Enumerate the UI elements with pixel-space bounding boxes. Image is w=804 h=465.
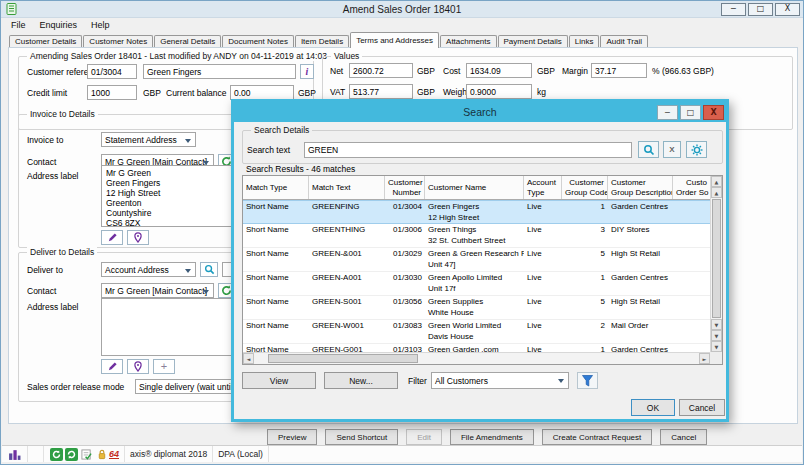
scroll-bottom-button[interactable]: ▼ [711,341,722,352]
table-cell: Live [524,272,562,295]
net-field[interactable]: 2600.72 [349,63,413,78]
tab-terms-and-addresses[interactable]: Terms and Addresses [350,32,439,48]
table-row[interactable]: Short NameGREEN-&00101/3029Green & Green… [243,248,711,272]
close-button[interactable]: X [775,3,800,16]
column-header[interactable]: CustomerGroup Description [608,176,673,199]
vertical-scrollbar[interactable]: ▲ ▲ ▼ ▼ ▼ [710,176,722,352]
table-cell: GREENFING [309,201,385,223]
deliver-map-pin-button[interactable] [127,359,149,374]
pen-icon [107,232,118,243]
vat-field[interactable]: 513.77 [349,84,413,99]
credit-limit-field[interactable]: 1000 [87,85,137,100]
current-balance-field[interactable]: 0.00 [230,85,294,100]
table-row[interactable]: Short NameGREEN-A00101/3030Green Apollo … [243,272,711,296]
customer-info-button[interactable]: i [300,64,314,79]
horizontal-scrollbar[interactable]: ◄ ► [243,352,710,364]
search-text-input[interactable]: GREEN [304,142,632,158]
search-dialog-titlebar[interactable]: Search ─ □ X [234,102,726,122]
vertical-scroll-thumb[interactable] [712,199,721,318]
column-header[interactable]: AccountType [524,176,562,199]
status-database-cell: DPA (Local) [213,446,269,462]
scroll-right-button[interactable]: ► [699,353,710,364]
table-cell: Green Things32 St. Cuthbert Street [425,224,524,247]
deliver-contact-dropdown[interactable]: Mr G Green [Main Contact] [101,283,214,298]
dialog-cancel-button[interactable]: Cancel [679,399,725,416]
table-row[interactable]: Short NameGREEN-W00101/3083Green World L… [243,320,711,344]
margin-label: Margin [562,66,588,76]
column-header[interactable]: Match Type [243,176,309,199]
table-cell: Short Name [243,224,309,247]
search-go-button[interactable] [638,141,659,158]
table-cell: GREEN-&001 [309,248,385,271]
deliver-to-dropdown[interactable]: Account Address [101,262,196,277]
scroll-left-button[interactable]: ◄ [243,353,254,364]
invoice-map-pin-button[interactable] [127,230,149,245]
cancel-button[interactable]: Cancel [660,429,707,445]
send-shortcut-button[interactable]: Send Shortcut [325,429,398,445]
scroll-page-down-button[interactable]: ▼ [711,330,722,341]
table-row[interactable]: Short NameGREENTHING01/3006Green Things3… [243,224,711,248]
scroll-up-button[interactable]: ▲ [711,176,722,187]
scroll-top-button[interactable]: ▲ [711,187,722,198]
invoice-edit-address-button[interactable] [101,230,123,245]
customer-reference-field[interactable]: 01/3004 [87,64,137,79]
invoice-to-dropdown[interactable]: Statement Address [101,132,196,147]
deliver-address-box[interactable] [101,298,243,356]
filter-dropdown[interactable]: All Customers [431,372,569,389]
new-button[interactable]: New... [324,372,398,389]
dialog-minimize-button[interactable]: ─ [657,105,678,120]
menu-enquiries[interactable]: Enquiries [34,19,86,31]
cost-currency: GBP [537,66,555,76]
scroll-down-button[interactable]: ▼ [711,319,722,330]
margin-field[interactable]: 37.17 [591,63,647,78]
deliver-to-search-button[interactable] [200,262,218,277]
table-row[interactable]: Short NameGREEN-S00101/3056Green Supplie… [243,296,711,320]
filter-funnel-button[interactable] [577,372,598,389]
create-contract-request-button[interactable]: Create Contract Request [542,429,653,445]
current-balance-currency: GBP [298,88,316,98]
search-clear-button[interactable]: X [663,141,681,158]
info-icon: i [306,66,309,77]
menu-help[interactable]: Help [85,19,118,31]
customer-name-field[interactable]: Green Fingers [143,64,296,79]
refresh-status-icon[interactable] [65,448,78,461]
tasks-icon[interactable] [80,448,93,461]
column-header[interactable]: CustomerNumber [385,176,425,199]
dialog-maximize-button[interactable]: □ [680,105,701,120]
status-product-cell: axis® diplomat 2018 [125,446,213,462]
view-button[interactable]: View [242,372,316,389]
table-cell: Short Name [243,201,309,223]
column-header[interactable]: Customer Name [425,176,524,199]
column-header[interactable]: Match Text [309,176,385,199]
minimize-button[interactable]: ─ [721,3,746,16]
menu-file[interactable]: File [5,19,34,31]
search-dialog-body: Search Details Search text GREEN X Searc… [234,122,726,419]
file-amendments-button[interactable]: File Amendments [450,429,534,445]
dialog-close-button[interactable]: X [703,105,724,120]
sync-icon[interactable] [50,448,63,461]
deliver-edit-address-button[interactable] [101,359,123,374]
gear-icon [691,144,703,156]
preview-button[interactable]: Preview [267,429,317,445]
table-cell: Green World LimitedDavis House [425,320,524,343]
table-cell [673,296,711,319]
horizontal-scroll-thumb[interactable] [268,354,418,363]
column-header[interactable]: CustomerGroup Code [562,176,608,199]
ok-button[interactable]: OK [631,399,675,416]
cost-label: Cost [443,66,460,76]
table-row[interactable]: Short NameGREENFING01/3004Green Fingers1… [243,200,711,224]
deliver-contact-label: Contact [27,286,56,296]
column-header[interactable]: CustoOrder So [673,176,711,199]
search-settings-button[interactable] [686,141,707,158]
invoice-contact-label: Contact [27,157,56,167]
current-balance-label: Current balance [166,88,226,98]
maximize-button[interactable]: □ [748,3,773,16]
weight-field[interactable]: 0.9000 [466,84,532,99]
table-cell: Short Name [243,320,309,343]
table-cell: 5 [562,248,608,271]
invoice-address-box[interactable]: Mr G Green Green Fingers 12 High Street … [101,165,243,227]
deliver-group-title: Deliver to Details [27,247,97,257]
invoice-group-title: Invoice to Details [27,109,98,119]
deliver-add-address-button[interactable]: + [153,359,175,374]
cost-field[interactable]: 1634.09 [466,63,532,78]
